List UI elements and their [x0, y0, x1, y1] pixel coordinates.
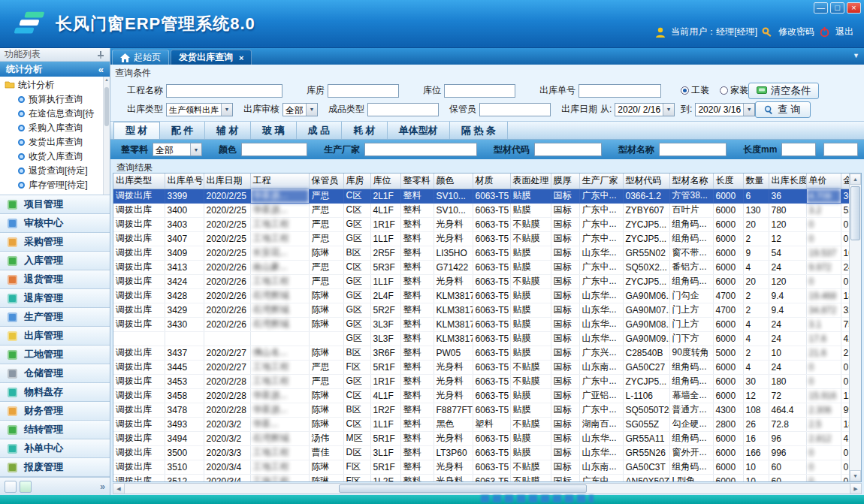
sidebar-menu-item[interactable]: 项目管理 — [0, 195, 110, 214]
table-row[interactable]: 调拨出库34782020/2/28华基源...陈琳B区1R2F整料F8877FT… — [113, 403, 862, 417]
tree-item[interactable]: 采购入库查询 — [0, 121, 110, 135]
sidebar-menu-item[interactable]: 采购管理 — [0, 233, 110, 252]
column-header[interactable]: 表面处理 — [510, 174, 551, 189]
scroll-right-icon[interactable]: ▶ — [850, 484, 861, 493]
column-header[interactable]: 型材代码 — [623, 174, 669, 189]
tree-scroll-thumb[interactable] — [104, 87, 109, 126]
pin-icon[interactable] — [96, 50, 105, 59]
color-input[interactable] — [241, 143, 307, 156]
out-type-select[interactable]: 生产领料出库 ▼ — [166, 103, 233, 116]
change-password-link[interactable]: 修改密码 — [778, 26, 814, 38]
warehouse-input[interactable] — [328, 84, 399, 98]
search-button[interactable]: 查 询 — [755, 101, 811, 118]
table-row[interactable]: 调拨出库35002020/3/3工地工程曹佳D区3L1F整料LT3P606063… — [113, 445, 862, 460]
sidebar-menu-item[interactable]: 补单中心 — [0, 439, 110, 458]
column-header[interactable]: 颜色 — [434, 174, 473, 189]
logout-link[interactable]: 退出 — [835, 26, 853, 38]
scroll-up-icon[interactable]: ▲ — [104, 77, 110, 83]
vertical-scrollbar[interactable]: ▲ ▼ — [849, 174, 861, 481]
sidebar-section-statistics[interactable]: 统计分析 « — [0, 62, 110, 77]
sidebar-menu-item[interactable]: 退货管理 — [0, 270, 110, 289]
table-row[interactable]: 调拨出库34032020/2/25工地工程严思G区1R1F整料光身料6063-T… — [113, 217, 862, 231]
material-tab[interactable]: 隔 热 条 — [450, 122, 508, 139]
profile-name-input[interactable] — [659, 143, 727, 156]
location-input[interactable] — [444, 84, 515, 98]
table-row[interactable]: 调拨出库34072020/2/25工地工程严思G区1L1F整料光身料6063-T… — [113, 231, 862, 246]
tree-item[interactable]: 退货查询[待定] — [0, 164, 110, 178]
sidebar-menu-item[interactable]: 入库管理 — [0, 252, 110, 270]
out-type-dropdown-icon[interactable]: ▼ — [221, 104, 232, 116]
sidebar-menu-item[interactable]: 退库管理 — [0, 289, 110, 308]
zhenglingliao-dropdown-icon[interactable]: ▼ — [190, 143, 201, 155]
sidebar-menu-item[interactable]: 结转管理 — [0, 421, 110, 439]
tree-item[interactable]: 预算执行查询 — [0, 92, 110, 107]
material-tab[interactable]: 耗 材 — [342, 122, 388, 139]
column-header[interactable]: 保管员 — [309, 174, 343, 189]
column-header[interactable]: 单价 — [806, 174, 841, 189]
sidebar-menu-item[interactable]: 物料盘存 — [0, 383, 110, 402]
scroll-left-icon[interactable]: ◀ — [113, 484, 125, 493]
material-tab[interactable]: 单体型材 — [388, 122, 450, 139]
sidebar-menu-item[interactable]: 生产管理 — [0, 308, 110, 327]
minimize-button[interactable]: — — [814, 2, 828, 14]
table-row[interactable]: 调拨出库35102020/3/4工地工程陈琳F区5R1F整料光身料6063-T5… — [113, 460, 862, 474]
sidebar-menu-item[interactable]: 审核中心 — [0, 214, 110, 233]
sidebar-menu-item[interactable]: 财务管理 — [0, 402, 110, 421]
sidebar-menu-item[interactable]: 工地管理 — [0, 346, 110, 364]
column-header[interactable]: 库房 — [343, 174, 370, 189]
table-row[interactable]: 调拨出库35122020/3/4工地工程陈琳F区1L2F整料光身料6063-T5… — [113, 474, 862, 482]
table-row[interactable]: 调拨出库34282020/2/26石湾辉城陈琳G区2L4F整料KLM381760… — [113, 288, 862, 303]
horizontal-scrollbar[interactable]: ◀ ▶ — [113, 483, 862, 494]
table-row[interactable]: 调拨出库34292020/2/26石湾辉城陈琳G区5R2F整料KLM381760… — [113, 303, 862, 317]
table-row[interactable]: 调拨出库34942020/3/2石湾辉城汤伟M区5R1F整料光身料6063-T5… — [113, 431, 862, 445]
radio-jiazhuang-icon[interactable] — [720, 86, 728, 95]
table-row[interactable]: 调拨出库34372020/2/27佛山名...陈琳B区3R6F整料PW05606… — [113, 346, 862, 360]
footer-grid-icon[interactable] — [5, 481, 17, 493]
footer-computer-icon[interactable] — [20, 481, 32, 493]
length-to-input[interactable] — [823, 143, 858, 156]
audit-select[interactable]: 全部 ▼ — [282, 103, 318, 116]
maximize-button[interactable]: □ — [830, 2, 844, 14]
radio-gongzhuang[interactable]: 工装 — [681, 84, 709, 97]
table-row[interactable]: 调拨出库34092020/2/25长安花...陈琳B区2R5F整料LI35HO6… — [113, 246, 862, 260]
column-header[interactable]: 生产厂家 — [579, 174, 623, 189]
tree-item[interactable]: 库存管理[待定] — [0, 178, 110, 192]
table-row[interactable]: 调拨出库34582020/2/28华基源...陈琳C区4L1F整料光身料6063… — [113, 388, 862, 403]
column-header[interactable]: 膜厚 — [551, 174, 579, 189]
column-header[interactable]: 库位 — [370, 174, 400, 189]
material-tab[interactable]: 辅 材 — [205, 122, 251, 139]
radio-gongzhuang-icon[interactable] — [681, 86, 689, 95]
radio-jiazhuang[interactable]: 家装 — [720, 84, 748, 97]
material-tab[interactable]: 玻 璃 — [251, 122, 297, 139]
table-row[interactable]: 调拨出库34132020/2/26南山豪...严思C区5R3F整料G714226… — [113, 260, 862, 274]
date-from-dropdown-icon[interactable]: ▼ — [663, 104, 674, 116]
tab-list-dropdown-icon[interactable]: ▼ — [853, 52, 859, 59]
tree-item[interactable]: 收货入库查询 — [0, 149, 110, 164]
sidebar-menu-item[interactable]: 出库管理 — [0, 327, 110, 346]
table-row[interactable]: G区3L3F整料KLM38176063-T5贴膜国标山东华...GA90M09.… — [113, 331, 862, 346]
order-no-input[interactable] — [579, 84, 661, 98]
material-tab[interactable]: 型 材 — [113, 122, 160, 139]
horizontal-scroll-thumb[interactable] — [339, 484, 587, 493]
tree-item[interactable]: 发货出库查询 — [0, 135, 110, 149]
tree-root[interactable]: 统计分析 — [0, 78, 110, 92]
profile-code-input[interactable] — [534, 143, 602, 156]
date-to-dropdown-icon[interactable]: ▼ — [743, 104, 754, 116]
column-header[interactable]: 型材名称 — [669, 174, 713, 189]
column-header[interactable]: 出库单号 — [165, 174, 204, 189]
table-row[interactable]: 调拨出库34452020/2/27工地工程严思F区5R1F整料光身料6063-T… — [113, 360, 862, 374]
column-header[interactable]: 材质 — [473, 174, 510, 189]
column-header[interactable]: 出库长度 — [769, 174, 806, 189]
tree-item[interactable]: 在途信息查询[待 — [0, 107, 110, 121]
zhenglingliao-select[interactable]: 全部 ▼ — [153, 143, 202, 156]
tab-home[interactable]: 起始页 — [112, 50, 169, 65]
scroll-down-icon[interactable]: ▼ — [850, 470, 861, 481]
scroll-up-icon[interactable]: ▲ — [850, 174, 861, 185]
column-header[interactable]: 数量 — [743, 174, 769, 189]
table-row[interactable]: 调拨出库34932020/3/2华基...陈琳C区1L1F整料黑色塑料不贴膜国标… — [113, 417, 862, 431]
sidebar-menu-item[interactable]: 仓储管理 — [0, 364, 110, 383]
collapse-left-icon[interactable]: « — [98, 64, 104, 75]
vertical-scroll-thumb[interactable] — [850, 186, 860, 240]
column-header[interactable]: 长度 — [713, 174, 743, 189]
material-tab[interactable]: 成 品 — [297, 122, 343, 139]
